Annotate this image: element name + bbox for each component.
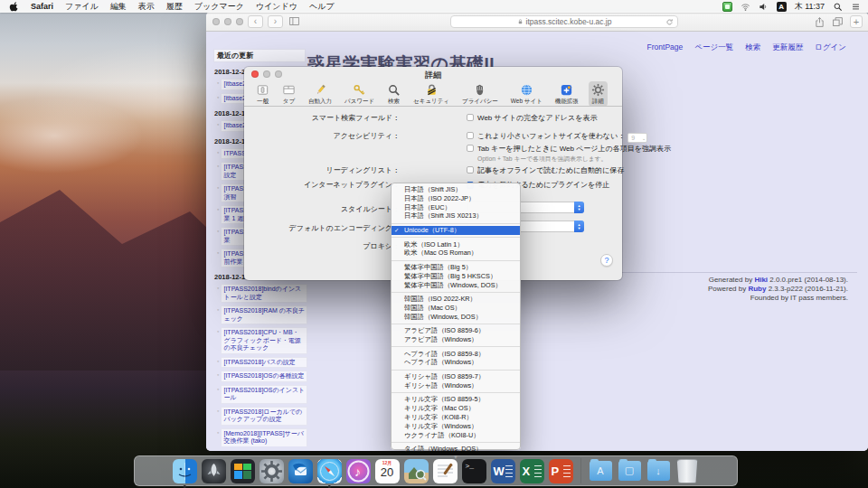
- dock-system-preferences-icon[interactable]: [259, 459, 284, 483]
- dock-folder-documents-icon[interactable]: ▢: [618, 459, 642, 483]
- prefs-tab-パスワード[interactable]: パスワード: [342, 81, 377, 107]
- show-full-address-checkbox[interactable]: [467, 114, 474, 121]
- nav-link-検索[interactable]: 検索: [745, 42, 760, 53]
- nav-link-ページ一覧[interactable]: ページ一覧: [694, 42, 733, 53]
- sidebar-toggle-icon[interactable]: [288, 15, 300, 27]
- menu-Safari[interactable]: Safari: [31, 2, 53, 11]
- share-icon[interactable]: [814, 16, 826, 28]
- address-bar[interactable]: itpass.scitec.kobe-u.ac.jp: [450, 15, 678, 28]
- input-source-icon[interactable]: A: [777, 2, 787, 12]
- hiki-link[interactable]: Hiki: [754, 276, 768, 284]
- encoding-option[interactable]: ヘブライ語（ISO 8859-8）: [392, 350, 520, 359]
- nav-link-ログイン[interactable]: ログイン: [815, 42, 846, 53]
- encoding-option[interactable]: ギリシャ語（Windows）: [392, 381, 520, 390]
- encoding-option[interactable]: アラビア語（Windows）: [392, 335, 520, 344]
- sidebar-link[interactable]: [ITPASS2018]バスの設定: [221, 357, 307, 369]
- menu-bar-clock[interactable]: 木 11:37: [795, 1, 825, 13]
- dock-powerpoint-icon[interactable]: P: [549, 459, 573, 483]
- menu-ヘルプ[interactable]: ヘルプ: [309, 1, 335, 13]
- min-font-size-checkbox[interactable]: [467, 132, 474, 139]
- encoding-option[interactable]: ヘブライ語（Windows）: [392, 358, 520, 367]
- menu-編集[interactable]: 編集: [110, 1, 127, 13]
- encoding-option[interactable]: 繁体字中国語（Big 5 HKSCS）: [392, 272, 520, 281]
- prefs-tab-詳細[interactable]: 詳細: [589, 81, 608, 107]
- volume-icon[interactable]: [759, 2, 769, 12]
- encoding-option[interactable]: 日本語（Shift JIS）: [392, 185, 520, 194]
- encoding-option[interactable]: タイ語（Windows, DOS）: [392, 445, 520, 454]
- menu-ファイル[interactable]: ファイル: [65, 1, 99, 13]
- sidebar-link[interactable]: [ITPASS2018]bindのインストールと設定: [221, 284, 307, 303]
- prefs-tab-セキュリティ[interactable]: セキュリティ: [410, 81, 452, 107]
- sidebar-link[interactable]: [ITPASS2018]ローカルでのバックアップの設定: [221, 407, 307, 426]
- dock-calendar-icon[interactable]: 12月20: [375, 459, 400, 483]
- minimize-button[interactable]: [224, 18, 231, 25]
- encoding-option[interactable]: 日本語（Shift JIS X0213）: [392, 211, 520, 221]
- encoding-option[interactable]: 韓国語（Mac OS）: [392, 304, 520, 313]
- ruby-link[interactable]: Ruby: [748, 285, 766, 293]
- dock-folder-applications-icon[interactable]: A: [589, 459, 613, 483]
- prefs-tab-検索[interactable]: 検索: [384, 81, 403, 107]
- sidebar-link[interactable]: [ITPASS2018]OSのインストール: [221, 385, 307, 404]
- sidebar-link[interactable]: [ITPASS2018]CPU・MB・グラフィックボード・電源の不良チェック: [221, 327, 307, 354]
- encoding-option[interactable]: キリル文字（KOI8-R）: [392, 413, 520, 422]
- encoding-option[interactable]: 日本語（ISO 2022-JP）: [392, 194, 520, 203]
- dock-terminal-icon[interactable]: >_: [462, 459, 486, 483]
- menu-ウインドウ[interactable]: ウインドウ: [256, 1, 297, 13]
- prefs-tab-機能拡張[interactable]: 機能拡張: [552, 81, 581, 107]
- encoding-option[interactable]: 繁体字中国語（Big 5）: [392, 263, 520, 272]
- dock-excel-icon[interactable]: X: [520, 459, 544, 483]
- encoding-option[interactable]: 欧米（ISO Latin 1）: [392, 240, 520, 249]
- tab-overview-icon[interactable]: [832, 16, 844, 28]
- encoding-option[interactable]: ウクライナ語（KOI8-U）: [392, 431, 520, 440]
- encoding-option[interactable]: 韓国語（Windows, DOS）: [392, 313, 520, 322]
- prefs-tab-タブ[interactable]: タブ: [279, 81, 298, 107]
- dock-itunes-icon[interactable]: ♪: [346, 459, 371, 483]
- prefs-tab-一般[interactable]: 一般: [253, 81, 272, 107]
- encoding-option[interactable]: キリル文字（ISO 8859-5）: [392, 395, 520, 404]
- dock-thunderbird-icon[interactable]: [288, 459, 313, 483]
- spotlight-icon[interactable]: [833, 2, 843, 12]
- offline-save-checkbox[interactable]: [467, 166, 474, 174]
- tab-highlight-checkbox[interactable]: [467, 145, 474, 152]
- dock-folder-downloads-icon[interactable]: ↓: [646, 459, 671, 483]
- sidebar-link[interactable]: [ITPASS2018]RAM の不良チェック: [221, 305, 307, 324]
- status-app-icon[interactable]: [722, 2, 732, 12]
- nav-link-FrontPage[interactable]: FrontPage: [647, 42, 684, 53]
- encoding-option[interactable]: キリル文字（Windows）: [392, 422, 520, 431]
- nav-link-更新履歴[interactable]: 更新履歴: [772, 42, 803, 53]
- font-size-select[interactable]: 9⌄: [627, 133, 647, 143]
- back-button[interactable]: ‹: [248, 15, 263, 28]
- prefs-tab-自動入力[interactable]: 自動入力: [306, 81, 335, 107]
- encoding-option[interactable]: 繁体字中国語（Windows, DOS）: [392, 281, 520, 290]
- apple-menu-icon[interactable]: [9, 2, 19, 12]
- dock-launchpad-icon[interactable]: [202, 459, 226, 483]
- dock-preview-icon[interactable]: [404, 459, 429, 483]
- encoding-option[interactable]: アラビア語（ISO 8859-6）: [392, 326, 520, 335]
- zoom-button[interactable]: [236, 18, 243, 25]
- encoding-option[interactable]: 日本語（EUC）: [392, 203, 520, 212]
- forward-button[interactable]: ›: [268, 15, 283, 28]
- new-tab-button[interactable]: +: [850, 15, 863, 28]
- dock-app-grid-icon[interactable]: [231, 459, 255, 483]
- prefs-tab-Web サイト[interactable]: Web サイト: [508, 81, 545, 107]
- dock-trash-icon[interactable]: [675, 459, 700, 483]
- reload-icon[interactable]: [665, 18, 674, 26]
- encoding-option[interactable]: ✓Unicode（UTF-8）: [392, 226, 520, 235]
- sidebar-link[interactable]: [ITPASS2018]OSの各種設定: [221, 371, 307, 382]
- encoding-option[interactable]: キリル文字（Mac OS）: [392, 404, 520, 413]
- encoding-option[interactable]: 韓国語（ISO 2022-KR）: [392, 295, 520, 304]
- notification-center-icon[interactable]: [851, 2, 861, 12]
- dock-finder-icon[interactable]: [173, 459, 197, 483]
- dock-word-icon[interactable]: W: [491, 459, 515, 483]
- encoding-option[interactable]: ギリシャ語（ISO 8859-7）: [392, 372, 520, 381]
- close-button[interactable]: [212, 18, 220, 25]
- dock-textedit-icon[interactable]: [433, 459, 458, 483]
- help-button[interactable]: ?: [600, 254, 613, 267]
- menu-履歴[interactable]: 履歴: [166, 1, 183, 13]
- sidebar-link[interactable]: [Memo2018][ITPASS]サーバ交換作業 (tako): [221, 428, 307, 447]
- menu-ブックマーク[interactable]: ブックマーク: [194, 1, 244, 13]
- menu-表示[interactable]: 表示: [138, 1, 155, 13]
- wifi-icon[interactable]: [741, 2, 750, 12]
- prefs-tab-プライバシー[interactable]: プライバシー: [459, 81, 501, 107]
- encoding-option[interactable]: 欧米（Mac OS Roman）: [392, 249, 520, 258]
